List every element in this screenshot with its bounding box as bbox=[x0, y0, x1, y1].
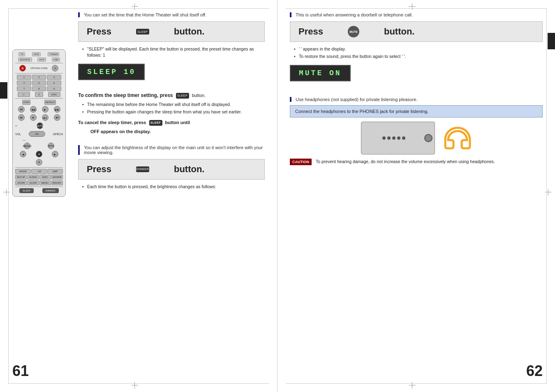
dvd-btn: DVD bbox=[32, 52, 41, 56]
sleep-button-icon: SLEEP bbox=[136, 29, 149, 35]
stop-btn: ■ bbox=[30, 114, 37, 121]
press-label-mute: Press bbox=[298, 26, 323, 37]
sleep-btn-icon2: SLEEP bbox=[176, 93, 189, 99]
tv-btn: TV bbox=[18, 52, 25, 56]
step-btn: STEP bbox=[22, 100, 30, 105]
mute-btn: MUTE bbox=[37, 122, 43, 129]
border-bottom bbox=[8, 383, 269, 384]
mute-header-text: This is useful when answering a doorbell… bbox=[296, 12, 413, 17]
cancel-prefix: To cancel the sleep timer, press bbox=[78, 120, 146, 125]
mute-bullet2: To restore the sound, press the button a… bbox=[294, 53, 543, 60]
headphone-svg bbox=[443, 124, 472, 152]
repeat-btn: REPEAT bbox=[44, 100, 56, 105]
num0: 0 bbox=[35, 92, 43, 97]
crosshair-right-mid bbox=[545, 189, 552, 196]
crosshair-left bbox=[3, 189, 10, 196]
remote-control: TV DVD TUNER SOURCE AUX USB ⏻ OPTION COD… bbox=[12, 49, 70, 197]
sleep-header-text: You can set the time that the Home Theat… bbox=[84, 12, 206, 17]
brgmt-btn: BRGMT bbox=[51, 180, 63, 185]
press-label-dimmer: Press bbox=[87, 164, 111, 175]
menu-btn: MENU bbox=[24, 143, 30, 149]
dimmer-button-icon: DIMMER bbox=[136, 166, 149, 172]
mute-bullet1: ' ' appears in the display. bbox=[294, 46, 543, 52]
prev2-btn: ⏭ bbox=[18, 114, 25, 121]
button-label-mute: button. bbox=[384, 26, 415, 37]
ff-btn: ▶▶ bbox=[54, 106, 60, 113]
dot2 bbox=[387, 136, 391, 140]
enter-btn: ● bbox=[36, 151, 42, 157]
tuner-btn: TUNER bbox=[48, 52, 60, 56]
num-minus: -/-- bbox=[18, 92, 30, 97]
page-number-left: 61 bbox=[12, 362, 29, 380]
cancel-off-text: OFF appears on the display. bbox=[90, 128, 265, 135]
num4: 4 bbox=[17, 81, 31, 85]
power-btn: ⏻ bbox=[19, 65, 26, 71]
cancel-button-label: button until bbox=[165, 120, 190, 125]
crosshair-bottom-right bbox=[409, 382, 416, 389]
mute-display: MUTE ON bbox=[290, 65, 351, 81]
section-bar-sleep bbox=[78, 12, 80, 17]
crosshair-top-right bbox=[409, 3, 416, 10]
headphone-diagram bbox=[290, 122, 543, 154]
sleep-press-box: Press SLEEP button. bbox=[78, 21, 265, 42]
num8: 8 bbox=[32, 86, 46, 91]
setup-btn: SETUP bbox=[15, 175, 27, 180]
playpause-btn: ▶∥ bbox=[42, 114, 49, 121]
section-bar-headphones bbox=[290, 97, 291, 102]
headphones-section: Use headphones (not supplied) for privat… bbox=[290, 97, 543, 165]
crosshair-top bbox=[132, 3, 138, 10]
disc2-btn: DISC bbox=[39, 175, 51, 180]
dimmer-section: You can adjust the brightness of the dis… bbox=[78, 145, 265, 190]
manpb-btn: MANPB bbox=[51, 175, 63, 180]
phones-jack bbox=[424, 134, 432, 142]
source-btn: SOURCE bbox=[18, 58, 32, 62]
border-left bbox=[8, 8, 9, 384]
device-unit bbox=[361, 122, 435, 154]
tab-marker-left bbox=[0, 82, 7, 99]
num5: 5 bbox=[32, 81, 46, 85]
left-content: You can set the time that the Home Theat… bbox=[78, 12, 265, 189]
page-left: TV DVD TUNER SOURCE AUX USB ⏻ OPTION COD… bbox=[0, 0, 278, 392]
num2: 2 bbox=[32, 75, 46, 80]
confirm-button-label: button. bbox=[192, 93, 206, 98]
confirm-bullets: The remaining time before the Home Theat… bbox=[82, 101, 265, 115]
border-top bbox=[8, 8, 269, 9]
aux-btn: AUX bbox=[37, 58, 46, 62]
section-bar-dimmer bbox=[78, 145, 80, 155]
return-btn: RTN bbox=[48, 143, 54, 149]
dimmer-bullets: Each time the button is pressed, the bri… bbox=[82, 184, 265, 190]
dot5 bbox=[402, 136, 405, 140]
cancel-sleep-section: To cancel the sleep timer, press SLEEP b… bbox=[78, 119, 265, 135]
dimmer-btn: DIMMER bbox=[42, 188, 59, 193]
confirm-sleep-section: To confirm the sleep timer setting, pres… bbox=[78, 92, 265, 115]
mute-section: This is useful when answering a doorbell… bbox=[290, 12, 543, 85]
num7: 7 bbox=[17, 86, 31, 91]
mute-button-icon: MUTE bbox=[348, 26, 359, 37]
sleep-timer-section: You can set the time that the Home Theat… bbox=[78, 12, 265, 83]
caution-text: To prevent hearing damage, do not increa… bbox=[316, 159, 495, 165]
sleep-btn: SLEEP bbox=[19, 188, 34, 193]
dimmer-press-box: Press DIMMER button. bbox=[78, 159, 265, 180]
headphones-header-text: Use headphones (not supplied) for privat… bbox=[296, 97, 418, 102]
mute-press-box: Press MUTE button. bbox=[290, 21, 543, 42]
confirm-bold-text: To confirm the sleep timer setting, pres… bbox=[78, 92, 173, 98]
cancel-btn-icon: SLEEP bbox=[149, 120, 162, 126]
num6: 6 bbox=[47, 81, 61, 85]
left-btn: ◀ bbox=[20, 151, 26, 157]
extra2: +10 bbox=[31, 169, 47, 174]
crosshair-bottom bbox=[132, 382, 138, 389]
ok-btn: OK bbox=[29, 131, 45, 137]
confirm-text: To confirm the sleep timer setting, pres… bbox=[78, 92, 265, 99]
button-label-dimmer: button. bbox=[174, 164, 205, 175]
extra1: MODE bbox=[15, 169, 31, 174]
button-label-sleep: button. bbox=[174, 26, 205, 37]
device-dots bbox=[363, 136, 424, 140]
dot4 bbox=[397, 136, 400, 140]
border-right-right bbox=[546, 8, 547, 384]
sleep-bullet1: "SLEEP" will be displayed. Each time the… bbox=[82, 46, 265, 58]
next-btn: ⏭ bbox=[54, 114, 60, 121]
dot1 bbox=[382, 136, 386, 140]
zoom-btn: ZOOM bbox=[15, 180, 27, 185]
sleep-bullets: "SLEEP" will be displayed. Each time the… bbox=[82, 46, 265, 58]
num9: 9 bbox=[47, 86, 61, 91]
